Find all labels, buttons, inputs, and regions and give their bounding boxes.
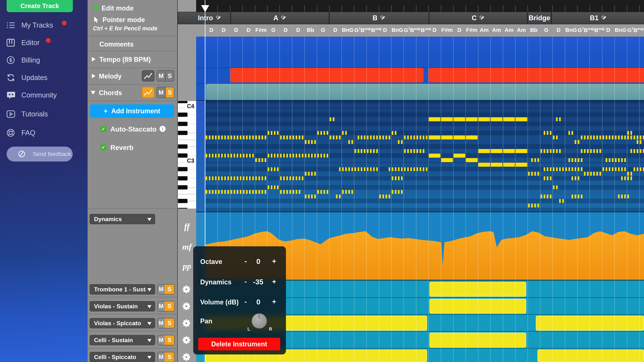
svg-text:$: $ [10,58,12,63]
